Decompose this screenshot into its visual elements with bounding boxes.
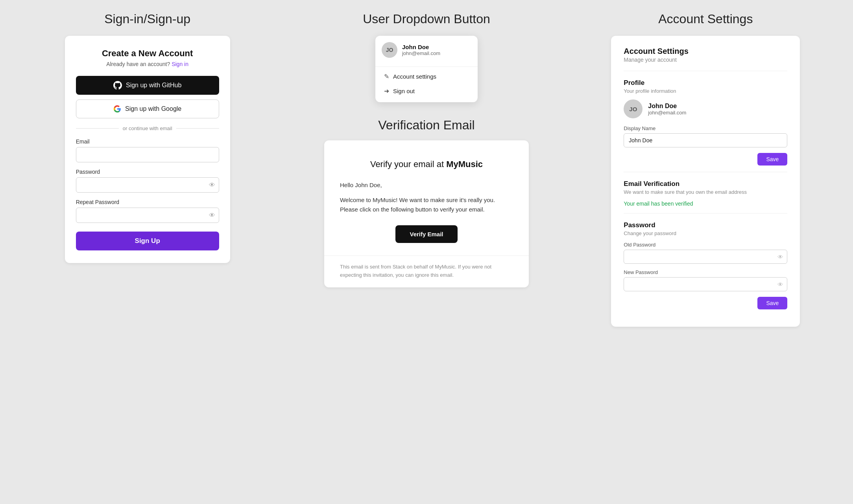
email-verify-prefix: Verify your email at (370, 159, 444, 169)
signin-subtitle: Already have an account? Sign in (76, 61, 219, 67)
new-password-eye-icon[interactable]: 👁 (777, 281, 783, 288)
new-password-wrap: 👁 (624, 277, 787, 291)
sign-out-icon: ➜ (384, 87, 389, 95)
new-password-label: New Password (624, 269, 787, 275)
github-signup-button[interactable]: Sign up with GitHub (76, 76, 219, 95)
dropdown-avatar: JO (382, 42, 397, 58)
signin-column-title: Sign-in/Sign-up (104, 12, 190, 26)
profile-section-subtitle: Your profile information (624, 88, 787, 94)
dropdown-user-name: John Doe (402, 44, 440, 50)
verify-email-button[interactable]: Verify Email (395, 225, 457, 243)
divider-line-left (76, 128, 119, 129)
old-password-wrap: 👁 (624, 250, 787, 264)
signup-button[interactable]: Sign Up (76, 232, 219, 250)
account-settings-label: Account settings (393, 73, 436, 80)
email-verification-section-title: Email Verification (624, 180, 787, 188)
account-settings-card: Account Settings Manage your account Pro… (611, 36, 800, 327)
google-btn-label: Sign up with Google (125, 105, 181, 112)
account-settings-column-title: Account Settings (658, 12, 753, 26)
password-section-title: Password (624, 221, 787, 229)
sign-out-item[interactable]: ➜ Sign out (382, 84, 471, 98)
profile-save-row: Save (624, 153, 787, 166)
verification-email-card: Verify your email at MyMusic Hello John … (324, 140, 529, 287)
password-form-group: Password 👁 (76, 169, 219, 193)
email-input-wrap (76, 147, 219, 162)
google-icon (113, 105, 121, 113)
password-section-subtitle: Change your password (624, 230, 787, 236)
email-card-footer: This email is sent from Stack on behalf … (324, 256, 529, 287)
dropdown-user-email: john@email.com (402, 50, 440, 56)
password-input-wrap: 👁 (76, 177, 219, 193)
account-settings-icon: ✎ (384, 73, 389, 80)
email-verify-heading: Verify your email at MyMusic (340, 159, 513, 169)
password-input[interactable] (76, 177, 219, 193)
as-profile-name: John Doe (648, 103, 686, 110)
signin-card: Create a New Account Already have an acc… (65, 36, 230, 263)
user-dropdown-card: JO John Doe john@email.com ✎ Account set… (375, 36, 478, 102)
password-section: Password Change your password Old Passwo… (624, 213, 787, 316)
display-name-input[interactable] (624, 133, 787, 147)
as-profile-email: john@email.com (648, 110, 686, 116)
new-password-input[interactable] (624, 277, 787, 291)
password-save-row: Save (624, 297, 787, 309)
email-form-group: Email (76, 138, 219, 162)
repeat-password-form-group: Repeat Password 👁 (76, 199, 219, 223)
email-verify-brand: MyMusic (446, 159, 483, 169)
email-verification-section-subtitle: We want to make sure that you own the em… (624, 189, 787, 195)
old-password-label: Old Password (624, 242, 787, 248)
old-password-eye-icon[interactable]: 👁 (777, 254, 783, 260)
profile-save-button[interactable]: Save (757, 153, 787, 166)
divider-text: or continue with email (123, 125, 172, 131)
email-card-inner: Verify your email at MyMusic Hello John … (324, 140, 529, 256)
password-save-button[interactable]: Save (757, 297, 787, 309)
middle-column: User Dropdown Button JO John Doe john@em… (287, 12, 566, 492)
signin-heading: Create a New Account (76, 48, 219, 59)
email-verification-section: Email Verification We want to make sure … (624, 172, 787, 213)
signin-column: Sign-in/Sign-up Create a New Account Alr… (8, 12, 287, 492)
password-label: Password (76, 169, 219, 175)
profile-section: Profile Your profile information JO John… (624, 71, 787, 172)
repeat-password-input-wrap: 👁 (76, 208, 219, 223)
email-verified-text: Your email has been verified (624, 200, 787, 207)
email-greeting: Hello John Doe, (340, 180, 513, 190)
email-label: Email (76, 138, 219, 145)
signin-subtitle-text: Already have an account? (106, 61, 170, 67)
as-profile-info: John Doe john@email.com (648, 103, 686, 116)
email-divider: or continue with email (76, 125, 219, 131)
profile-section-title: Profile (624, 79, 787, 87)
signin-link[interactable]: Sign in (172, 61, 188, 67)
sign-out-label: Sign out (393, 88, 415, 94)
github-icon (113, 81, 122, 90)
as-avatar: JO (624, 99, 643, 118)
as-main-subtitle: Manage your account (624, 57, 787, 63)
dropdown-user-row: JO John Doe john@email.com (382, 42, 471, 62)
github-btn-label: Sign up with GitHub (126, 82, 181, 89)
google-signup-button[interactable]: Sign up with Google (76, 99, 219, 118)
dropdown-column-title: User Dropdown Button (363, 12, 490, 26)
as-profile-row: JO John Doe john@email.com (624, 99, 787, 118)
dropdown-divider (375, 66, 478, 67)
email-footer-text: This email is sent from Stack on behalf … (340, 263, 513, 280)
account-settings-column: Account Settings Account Settings Manage… (566, 12, 845, 492)
repeat-eye-icon[interactable]: 👁 (209, 212, 215, 219)
old-password-input[interactable] (624, 250, 787, 264)
email-input[interactable] (76, 147, 219, 162)
display-name-label: Display Name (624, 125, 787, 131)
repeat-password-label: Repeat Password (76, 199, 219, 205)
email-body: Welcome to MyMusic! We want to make sure… (340, 195, 513, 214)
dropdown-user-info: John Doe john@email.com (402, 44, 440, 56)
password-eye-icon[interactable]: 👁 (209, 182, 215, 189)
repeat-password-input[interactable] (76, 208, 219, 223)
account-settings-item[interactable]: ✎ Account settings (382, 69, 471, 84)
divider-line-right (176, 128, 219, 129)
as-main-title: Account Settings (624, 47, 787, 56)
verification-column-title: Verification Email (378, 118, 475, 132)
